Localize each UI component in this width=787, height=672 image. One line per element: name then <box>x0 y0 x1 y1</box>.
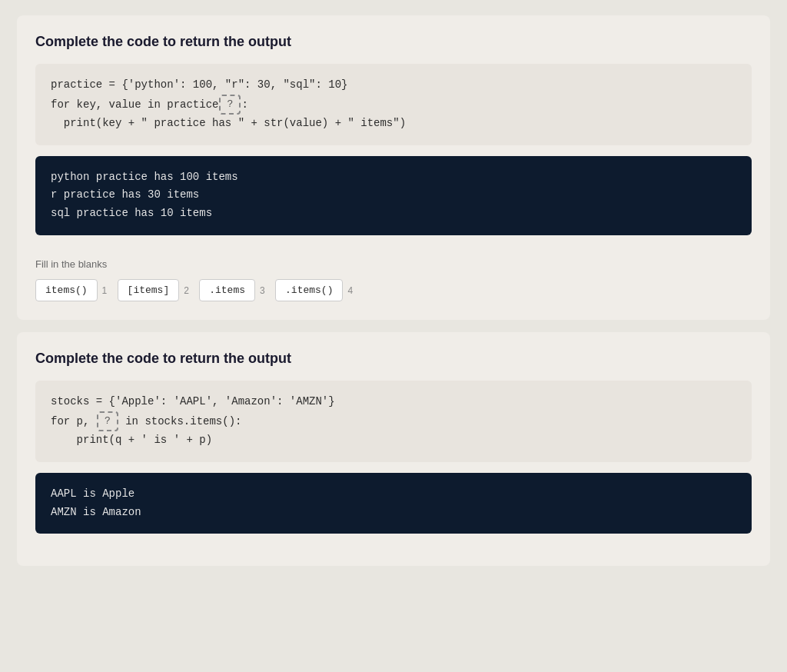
option-item-2: [items] 2 <box>118 279 194 301</box>
option-btn-dot-items-call[interactable]: .items() <box>275 279 343 301</box>
option-number-2: 2 <box>184 285 193 296</box>
option-item-3: .items 3 <box>199 279 269 301</box>
question-card-1: Complete the code to return the output p… <box>17 15 770 320</box>
question-card-2: Complete the code to return the output s… <box>17 332 770 566</box>
code-block-2: stocks = {'Apple': 'AAPL', 'Amazon': 'AM… <box>35 381 752 462</box>
output-line-1-3: sql practice has 10 items <box>51 205 736 223</box>
code-line-2-2: for p, ? in stocks.items(): <box>51 411 736 431</box>
question-title-2: Complete the code to return the output <box>35 351 752 367</box>
output-line-2-1: AAPL is Apple <box>51 485 736 504</box>
output-line-1-2: r practice has 30 items <box>51 186 736 205</box>
option-item-4: .items() 4 <box>275 279 357 301</box>
output-line-2-2: AMZN is Amazon <box>51 504 736 522</box>
option-number-3: 3 <box>260 285 269 296</box>
blank-input-2[interactable]: ? <box>97 411 118 431</box>
option-item-1: items() 1 <box>35 279 111 301</box>
output-block-1: python practice has 100 items r practice… <box>35 156 752 235</box>
code-line-1-3: print(key + " practice has " + str(value… <box>51 115 736 133</box>
code-line-1-1: practice = {'python': 100, "r": 30, "sql… <box>51 76 736 95</box>
option-btn-items-call[interactable]: items() <box>35 279 98 301</box>
blank-input-1[interactable]: ? <box>219 95 241 115</box>
option-btn-dot-items[interactable]: .items <box>199 279 255 301</box>
output-block-2: AAPL is Apple AMZN is Amazon <box>35 473 752 534</box>
question-title-1: Complete the code to return the output <box>35 34 752 50</box>
code-line-1-2: for key, value in practice?: <box>51 95 736 115</box>
output-line-1-1: python practice has 100 items <box>51 168 736 187</box>
code-block-1: practice = {'python': 100, "r": 30, "sql… <box>35 64 752 145</box>
fill-blanks-label-1: Fill in the blanks <box>35 258 752 270</box>
option-btn-items-bracket[interactable]: [items] <box>118 279 180 301</box>
code-line-2-1: stocks = {'Apple': 'AAPL', 'Amazon': 'AM… <box>51 393 736 411</box>
option-number-4: 4 <box>347 285 357 296</box>
option-number-1: 1 <box>102 285 111 296</box>
options-row-1: items() 1 [items] 2 .items 3 .items() 4 <box>35 279 752 301</box>
code-line-2-3: print(q + ' is ' + p) <box>51 431 736 450</box>
